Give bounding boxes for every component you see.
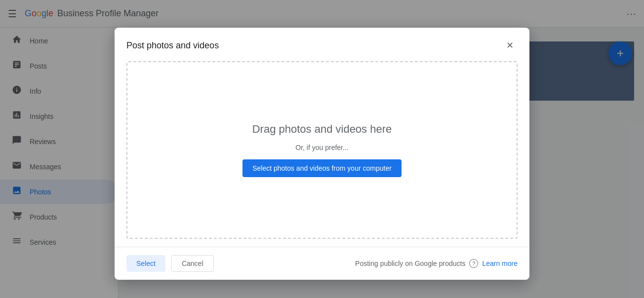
drop-zone-text: Drag photos and videos here [252,123,392,136]
footer-actions: Select Cancel [126,255,214,272]
dialog-close-button[interactable]: ✕ [502,37,518,53]
dialog-footer: Select Cancel Posting publicly on Google… [115,247,529,280]
footer-info: Posting publicly on Google products ? Le… [355,259,518,268]
help-icon: ? [469,259,478,268]
dialog-header: Post photos and videos ✕ [115,28,529,61]
drop-zone-sub: Or, if you prefer... [295,144,348,151]
post-photos-dialog: Post photos and videos ✕ Drag photos and… [115,28,529,280]
posting-info-text: Posting publicly on Google products [355,260,465,267]
modal-overlay: Post photos and videos ✕ Drag photos and… [0,0,644,298]
select-from-computer-button[interactable]: Select photos and videos from your compu… [242,159,402,177]
learn-more-link[interactable]: Learn more [482,260,518,267]
drop-zone[interactable]: Drag photos and videos here Or, if you p… [126,61,518,239]
footer-select-button[interactable]: Select [126,255,165,272]
footer-cancel-button[interactable]: Cancel [171,255,214,272]
dialog-title: Post photos and videos [126,40,219,51]
